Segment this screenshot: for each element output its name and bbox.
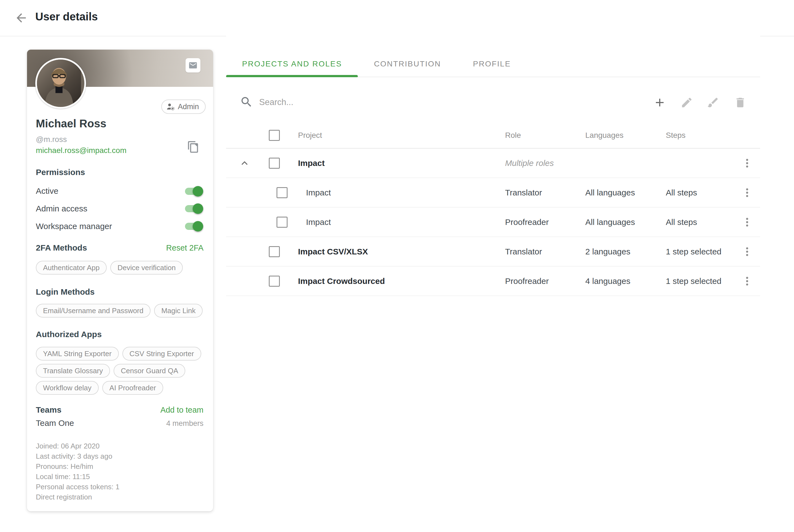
steps-value: 1 step selected — [666, 267, 721, 296]
row-checkbox[interactable] — [269, 246, 280, 257]
row-checkbox[interactable] — [277, 217, 287, 228]
column-header-steps: Steps — [666, 122, 686, 148]
twofa-chips: Authenticator App Device verification — [36, 261, 204, 274]
search-input[interactable] — [259, 93, 508, 111]
collapse-chevron-icon[interactable] — [239, 149, 255, 177]
brush-icon — [706, 96, 719, 109]
avatar — [35, 58, 86, 109]
meta-registration: Direct registration — [36, 492, 120, 502]
clear-roles-button[interactable] — [705, 95, 721, 110]
project-name: Impact — [306, 178, 331, 207]
twofa-chip: Authenticator App — [36, 261, 107, 274]
tab-profile[interactable]: PROFILE — [457, 51, 527, 77]
tabs-bar: PROJECTS AND ROLES CONTRIBUTION PROFILE — [226, 51, 760, 77]
user-username: @m.ross — [36, 135, 67, 144]
row-menu-button[interactable] — [741, 178, 753, 207]
add-button[interactable] — [652, 95, 667, 110]
envelope-icon — [188, 61, 198, 70]
row-menu-button[interactable] — [741, 208, 753, 236]
toggle-knob — [193, 204, 203, 214]
add-to-team-link[interactable]: Add to team — [160, 405, 204, 415]
column-header-languages: Languages — [585, 122, 624, 148]
back-arrow-icon[interactable] — [14, 11, 28, 25]
tab-projects-and-roles[interactable]: PROJECTS AND ROLES — [226, 51, 358, 77]
login-method-chip: Magic Link — [154, 304, 203, 318]
trash-icon — [734, 96, 746, 109]
table-row-impact-csv-xlsx[interactable]: Impact CSV/XLSX Translator 2 languages 1… — [226, 237, 760, 267]
role-value: Proofreader — [505, 208, 549, 236]
tab-contribution[interactable]: CONTRIBUTION — [358, 51, 457, 77]
permission-label-admin-access: Admin access — [36, 204, 88, 213]
column-header-role: Role — [505, 122, 521, 148]
kebab-icon — [741, 216, 753, 228]
role-value: Translator — [505, 237, 542, 266]
copy-icon[interactable] — [187, 140, 200, 153]
role-value: Proofreader — [505, 267, 549, 296]
twofa-chip: Device verification — [110, 261, 183, 274]
twofa-heading: 2FA Methods — [36, 243, 87, 252]
admin-role-badge: Admin — [161, 99, 206, 114]
role-value: Translator — [505, 178, 542, 207]
table-row-impact-crowdsourced[interactable]: Impact Crowdsourced Proofreader 4 langua… — [226, 267, 760, 296]
app-bar: User details — [0, 0, 794, 36]
row-menu-button[interactable] — [741, 149, 753, 177]
permission-label-active: Active — [36, 186, 58, 196]
table-row-group-impact[interactable]: Impact Multiple roles — [226, 149, 760, 178]
table-row-impact-proofreader[interactable]: Impact Proofreader All languages All ste… — [226, 208, 760, 237]
languages-value: 2 languages — [585, 237, 630, 266]
toggle-active[interactable] — [185, 188, 203, 195]
authorized-app-chips: YAML String Exporter CSV String Exporter… — [36, 347, 204, 395]
column-header-project: Project — [298, 122, 322, 148]
toggle-knob — [193, 186, 203, 196]
kebab-icon — [741, 246, 753, 258]
login-methods-heading: Login Methods — [36, 287, 95, 297]
meta-pronouns: Pronouns: He/him — [36, 461, 120, 472]
teams-heading: Teams — [36, 405, 61, 415]
meta-last-activity: Last activity: 3 days ago — [36, 451, 120, 461]
projects-roles-table: Project Role Languages Steps Impact Mult… — [226, 122, 760, 296]
row-checkbox[interactable] — [277, 187, 287, 198]
user-details-screen: User details — [0, 0, 794, 532]
pencil-icon — [680, 96, 693, 109]
table-row-impact-translator[interactable]: Impact Translator All languages All step… — [226, 178, 760, 208]
admin-badge-label: Admin — [178, 102, 199, 111]
role-value: Multiple roles — [505, 149, 554, 177]
authorized-app-chip: Censor Guard QA — [114, 364, 185, 378]
authorized-app-chip: Workflow delay — [36, 381, 99, 395]
plus-icon — [653, 96, 666, 109]
kebab-icon — [741, 157, 753, 169]
kebab-icon — [741, 275, 753, 287]
toggle-admin-access[interactable] — [185, 205, 203, 212]
edit-button[interactable] — [679, 95, 695, 110]
steps-value: All steps — [666, 208, 697, 236]
team-members-count: 4 members — [166, 419, 204, 428]
main-panel: PROJECTS AND ROLES CONTRIBUTION PROFILE — [226, 36, 760, 529]
page-title: User details — [35, 11, 98, 23]
row-menu-button[interactable] — [741, 267, 753, 296]
user-meta-block: Joined: 06 Apr 2020 Last activity: 3 day… — [36, 441, 120, 502]
authorized-app-chip: YAML String Exporter — [36, 347, 119, 361]
languages-value: All languages — [585, 178, 635, 207]
user-email-link[interactable]: michael.ross@impact.com — [36, 146, 127, 155]
authorized-app-chip: Translate Glossary — [36, 364, 110, 378]
row-menu-button[interactable] — [741, 237, 753, 266]
permissions-heading: Permissions — [36, 168, 85, 177]
team-name: Team One — [36, 418, 74, 428]
project-name: Impact Crowdsourced — [298, 267, 385, 296]
authorized-apps-heading: Authorized Apps — [36, 330, 102, 339]
row-checkbox[interactable] — [269, 276, 280, 287]
select-all-checkbox[interactable] — [269, 130, 280, 141]
project-name: Impact — [306, 208, 331, 236]
authorized-app-chip: AI Proofreader — [102, 381, 163, 395]
search-toolbar — [226, 77, 760, 122]
login-method-chips: Email/Username and Password Magic Link — [36, 304, 204, 318]
row-checkbox[interactable] — [269, 158, 280, 169]
toggle-workspace-manager[interactable] — [185, 223, 203, 230]
steps-value: All steps — [666, 178, 697, 207]
send-email-button[interactable] — [186, 58, 201, 73]
reset-2fa-link[interactable]: Reset 2FA — [166, 243, 204, 252]
kebab-icon — [741, 187, 753, 199]
delete-button[interactable] — [733, 95, 748, 110]
languages-value: 4 languages — [585, 267, 630, 296]
login-method-chip: Email/Username and Password — [36, 304, 151, 318]
